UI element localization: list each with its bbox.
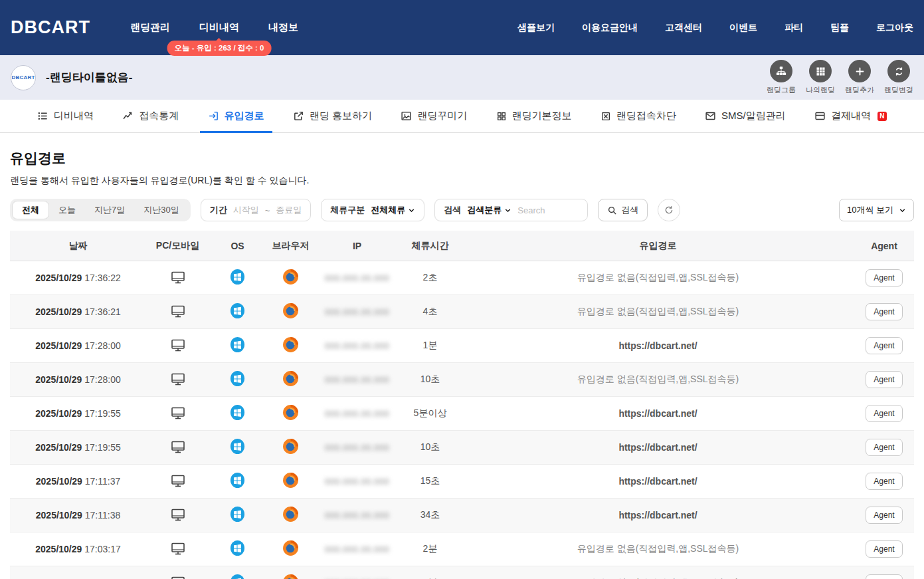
agent-button[interactable]: Agent: [866, 439, 902, 456]
duration-cell: 2초: [399, 272, 462, 284]
os-cell: [209, 540, 266, 558]
landing-subheader: DBCART -랜딩타이틀없음- 랜딩그룹나의랜딩랜딩추가랜딩변경: [0, 55, 924, 100]
landing-action[interactable]: 랜딩추가: [845, 60, 874, 95]
agent-cell: Agent: [854, 574, 914, 579]
tab-label: 랜딩기본정보: [512, 110, 572, 122]
agent-button[interactable]: Agent: [866, 507, 902, 524]
end-date-placeholder[interactable]: 종료일: [276, 204, 302, 216]
tab-접속통계[interactable]: 접속통계: [114, 100, 187, 132]
search-button[interactable]: 검색: [598, 199, 648, 221]
duration-cell: 5분이상: [399, 407, 462, 419]
reload-button[interactable]: [658, 199, 680, 221]
referrer-cell: 유입경로 없음(직접입력,앱,SSL접속등): [462, 306, 854, 318]
tab-랜딩접속차단[interactable]: 랜딩접속차단: [593, 100, 684, 132]
arrow-in-icon: [208, 110, 219, 122]
agent-button[interactable]: Agent: [866, 269, 902, 287]
utility-menu-item[interactable]: 로그아웃: [876, 22, 913, 34]
tab-유입경로[interactable]: 유입경로: [200, 100, 272, 132]
agent-button[interactable]: Agent: [866, 371, 902, 388]
ip-cell: 000.000.00.000: [316, 544, 399, 554]
referrer-cell: 유입경로 없음(직접입력,앱,SSL접속등): [462, 543, 854, 555]
tab-결제내역[interactable]: 결제내역N: [806, 100, 895, 132]
chart-icon: [122, 110, 134, 122]
agent-button[interactable]: Agent: [866, 574, 902, 579]
tab-label: 랜딩접속차단: [616, 110, 676, 122]
ip-redacted: 000.000.00.000: [325, 273, 389, 283]
column-header: Agent: [854, 241, 914, 251]
referrer-text: 유입경로 없음(직접입력,앱,SSL접속등): [577, 272, 739, 283]
firefox-icon: [282, 269, 299, 285]
utility-menu-item[interactable]: 샘플보기: [517, 22, 555, 34]
tab-랜딩기본정보[interactable]: 랜딩기본정보: [488, 100, 580, 132]
ip-redacted: 000.000.00.000: [325, 443, 389, 453]
period-filter[interactable]: 기간 시작일 ~ 종료일: [201, 199, 312, 221]
avatar-text: DBCART: [12, 74, 35, 80]
main-menu-item[interactable]: 랜딩관리: [130, 21, 170, 34]
table-row: 2025/10/29 17:11:37000.000.00.00015초http…: [10, 465, 914, 499]
ip-redacted: 000.000.00.000: [325, 375, 389, 385]
page-description: 랜딩을 통해서 유입한 사용자들의 유입경로(URL)를 확인 할 수 있습니다…: [10, 175, 914, 187]
page-size-select[interactable]: 10개씩 보기: [839, 199, 914, 221]
utility-menu-item[interactable]: 파티: [785, 22, 803, 34]
main-menu-item[interactable]: 내정보: [268, 21, 298, 34]
duration-cell: 4초: [399, 306, 462, 318]
tab-SMS-알림관리[interactable]: SMS/알림관리: [697, 100, 794, 132]
range-button[interactable]: 지난7일: [85, 201, 134, 219]
landing-action[interactable]: 랜딩변경: [884, 60, 913, 95]
range-separator: ~: [265, 205, 270, 215]
action-label: 랜딩변경: [884, 85, 913, 95]
agent-button[interactable]: Agent: [866, 473, 902, 490]
action-label: 랜딩그룹: [767, 85, 796, 95]
monitor-icon: [170, 405, 186, 421]
agent-button[interactable]: Agent: [866, 303, 902, 320]
stay-filter[interactable]: 체류구분 전체체류: [321, 199, 424, 221]
referrer-cell: 유입경로 없음(직접입력,앱,SSL접속등): [462, 272, 854, 284]
windows-icon: [230, 336, 245, 353]
main-menu-item[interactable]: 디비내역오늘 - 유입 : 263 / 접수 : 0: [199, 21, 239, 34]
duration-cell: 15초: [399, 475, 462, 487]
agent-cell: Agent: [854, 473, 914, 490]
tab-label: 유입경로: [225, 110, 264, 122]
utility-menu: 샘플보기이용요금안내고객센터이벤트파티팀플로그아웃: [517, 22, 913, 34]
utility-menu-item[interactable]: 팀플: [830, 22, 849, 34]
device-cell: [146, 269, 209, 287]
utility-menu-item[interactable]: 이용요금안내: [582, 22, 638, 34]
search-icon: [607, 205, 617, 215]
os-cell: [209, 336, 266, 355]
agent-button[interactable]: Agent: [866, 540, 902, 558]
agent-button[interactable]: Agent: [866, 337, 902, 354]
landing-action[interactable]: 랜딩그룹: [767, 60, 796, 95]
duration-cell: 2분: [399, 543, 462, 555]
utility-menu-item[interactable]: 고객센터: [665, 22, 702, 34]
referrer-text: https://dbcart.net/: [618, 408, 697, 419]
start-date-placeholder[interactable]: 시작일: [233, 204, 259, 216]
action-label: 나의랜딩: [806, 85, 835, 95]
date-cell: 2025/10/29 17:36:22: [10, 273, 146, 283]
filter-row: 전체오늘지난7일지난30일 기간 시작일 ~ 종료일 체류구분 전체체류 검색 …: [10, 199, 914, 221]
column-header: 유입경로: [462, 240, 854, 252]
range-button[interactable]: 전체: [12, 201, 49, 219]
column-header: PC/모바일: [146, 240, 209, 252]
search-category-select[interactable]: 검색분류: [467, 204, 511, 216]
range-button[interactable]: 오늘: [49, 201, 85, 219]
table-row: 2025/10/29 17:19:55000.000.00.0005분이상htt…: [10, 397, 914, 431]
browser-cell: [266, 438, 316, 457]
landing-action[interactable]: 나의랜딩: [806, 60, 835, 95]
range-button[interactable]: 지난30일: [134, 201, 188, 219]
search-input[interactable]: [517, 205, 579, 215]
dbcart-logo[interactable]: DBCART: [11, 17, 90, 38]
table-row: 2025/10/29 17:19:55000.000.00.00010초http…: [10, 431, 914, 465]
stay-select[interactable]: 전체체류: [371, 204, 415, 216]
action-circle: [809, 60, 832, 82]
utility-menu-item[interactable]: 이벤트: [729, 22, 757, 34]
referrer-cell: https://dbcart.net/: [462, 510, 854, 521]
tab-디비내역[interactable]: 디비내역: [29, 100, 102, 132]
firefox-icon: [282, 404, 299, 421]
referrer-text: https://dbcart.net/: [618, 340, 697, 351]
agent-button[interactable]: Agent: [866, 405, 902, 422]
device-cell: [146, 303, 209, 321]
external-link-icon: [293, 110, 304, 122]
tab-랜딩꾸미기[interactable]: 랜딩꾸미기: [393, 100, 475, 132]
referrer-table: 날짜PC/모바일OS브라우저IP체류시간유입경로Agent 2025/10/29…: [10, 231, 914, 579]
tab-랜딩-홍보하기[interactable]: 랜딩 홍보하기: [285, 100, 380, 132]
